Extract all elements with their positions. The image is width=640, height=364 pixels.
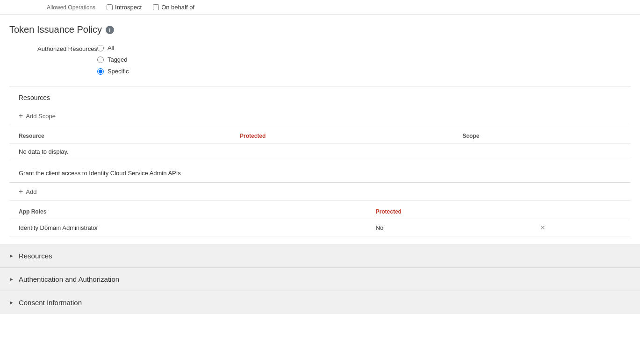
- col-app-roles: App Roles: [9, 205, 367, 219]
- chevron-icon: ►: [9, 300, 14, 305]
- authorized-resources-radio-group: All Tagged Specific: [97, 44, 129, 75]
- main-content: Token Issuance Policy i Authorized Resou…: [0, 15, 640, 236]
- radio-specific-label[interactable]: Specific: [97, 68, 129, 75]
- add-scope-row: + Add Scope: [9, 107, 631, 125]
- allowed-operations-label: Allowed Operations: [47, 4, 95, 11]
- authorized-resources-section: Authorized Resources All Tagged Specific: [9, 44, 631, 75]
- grant-row-protected: No: [367, 219, 529, 236]
- on-behalf-of-text: On behalf of: [161, 4, 194, 11]
- token-issuance-policy-title-row: Token Issuance Policy i: [9, 24, 631, 35]
- collapsible-item-resources[interactable]: ► Resources: [0, 244, 640, 267]
- on-behalf-of-checkbox[interactable]: [153, 4, 159, 10]
- grant-row-app-roles: Identity Domain Administrator: [9, 219, 367, 236]
- radio-tagged-text: Tagged: [108, 56, 128, 63]
- grant-row-action: ✕: [529, 219, 631, 236]
- col-grant-protected: Protected: [367, 205, 529, 219]
- grant-table: App Roles Protected Identity Domain Admi…: [9, 205, 631, 236]
- collapsible-item-consent_information[interactable]: ► Consent Information: [0, 291, 640, 314]
- collapsible-label: Resources: [19, 252, 52, 260]
- grant-table-header-row: App Roles Protected: [9, 205, 631, 219]
- collapsible-label: Authentication and Authorization: [19, 275, 119, 283]
- page-title: Token Issuance Policy: [9, 24, 102, 35]
- on-behalf-of-checkbox-group: On behalf of: [153, 4, 194, 11]
- introspect-label[interactable]: Introspect: [107, 4, 142, 11]
- top-bar: Allowed Operations Introspect On behalf …: [0, 0, 640, 15]
- add-label: Add: [26, 188, 36, 195]
- col-scope: Scope: [453, 129, 631, 143]
- resources-section: Resources + Add Scope Resource Protected…: [9, 86, 631, 236]
- grant-table-row: Identity Domain Administrator No ✕: [9, 219, 631, 236]
- info-icon[interactable]: i: [106, 26, 114, 34]
- grant-section: Grant the client access to Identity Clou…: [9, 160, 631, 236]
- authorized-resources-label: Authorized Resources: [37, 44, 97, 75]
- add-row: + Add: [9, 183, 631, 201]
- collapsible-item-auth_authorization[interactable]: ► Authentication and Authorization: [0, 267, 640, 291]
- col-resource: Resource: [9, 129, 230, 143]
- resources-no-data-row: No data to display.: [9, 143, 631, 160]
- resources-section-title: Resources: [9, 94, 631, 101]
- resources-table: Resource Protected Scope No data to disp…: [9, 129, 631, 160]
- collapsible-sections: ► Resources ► Authentication and Authori…: [0, 244, 640, 314]
- resources-no-data-text: No data to display.: [9, 143, 631, 160]
- radio-tagged-label[interactable]: Tagged: [97, 56, 129, 63]
- radio-tagged[interactable]: [97, 57, 104, 63]
- introspect-checkbox-group: Introspect: [107, 4, 142, 11]
- col-protected: Protected: [230, 129, 453, 143]
- plus-icon: +: [19, 112, 23, 120]
- introspect-checkbox[interactable]: [107, 4, 113, 10]
- add-plus-icon: +: [19, 187, 23, 196]
- grant-title: Grant the client access to Identity Clou…: [9, 170, 631, 183]
- collapsible-label: Consent Information: [19, 299, 82, 307]
- introspect-text: Introspect: [115, 4, 142, 11]
- col-actions: [529, 205, 631, 219]
- radio-specific-text: Specific: [108, 68, 129, 75]
- radio-all-label[interactable]: All: [97, 44, 129, 51]
- radio-all-text: All: [108, 44, 114, 51]
- radio-specific[interactable]: [97, 68, 104, 75]
- add-scope-button[interactable]: + Add Scope: [19, 112, 56, 120]
- radio-all[interactable]: [97, 45, 104, 51]
- on-behalf-of-label[interactable]: On behalf of: [153, 4, 194, 11]
- chevron-icon: ►: [9, 277, 14, 282]
- resources-table-header-row: Resource Protected Scope: [9, 129, 631, 143]
- delete-row-button[interactable]: ✕: [538, 224, 547, 231]
- add-button[interactable]: + Add: [19, 187, 36, 196]
- chevron-icon: ►: [9, 253, 14, 258]
- add-scope-label: Add Scope: [26, 113, 56, 120]
